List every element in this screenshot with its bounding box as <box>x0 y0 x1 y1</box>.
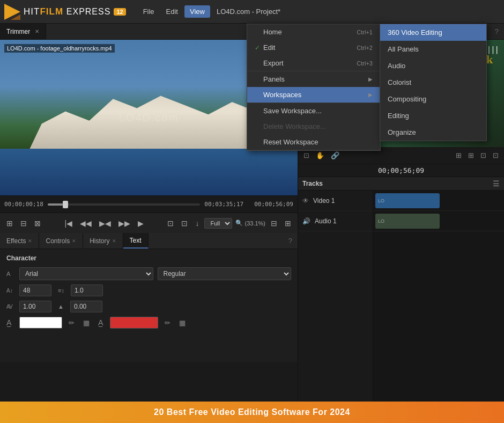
editor-tool-right[interactable]: ⊞ <box>466 150 476 161</box>
editor-tool-pan[interactable]: ✋ <box>314 150 327 161</box>
font-family-select[interactable]: Arial <box>19 267 153 280</box>
audio-track-row: 🔊 Audio 1 <box>298 211 373 231</box>
view-menu-section-1: Home Ctrl+1 ✓ Edit Ctrl+2 Export Ctrl+3 <box>247 24 380 71</box>
baseline-input[interactable] <box>70 301 102 312</box>
font-icon: A <box>6 271 15 277</box>
editor-tool-link[interactable]: 🔗 <box>329 150 342 161</box>
timecode-right: 00;00;56;09 <box>254 201 293 208</box>
menu-file[interactable]: File <box>138 5 160 18</box>
view-menu-export[interactable]: Export Ctrl+3 <box>247 55 380 71</box>
view-menu-section-3: Save Workspace... Delete Workspace... Re… <box>247 103 380 150</box>
panels-arrow: ▶ <box>368 76 373 82</box>
timeline-scrubbar[interactable] <box>48 203 200 206</box>
home-shortcut: Ctrl+1 <box>357 29 373 35</box>
rate-button[interactable]: ⊠ <box>32 218 43 229</box>
kerning-input[interactable] <box>19 301 51 312</box>
effects-tab-close[interactable]: ✕ <box>28 238 32 244</box>
tracks-menu-button[interactable]: ☰ <box>493 179 500 188</box>
view-menu-panels[interactable]: Panels ▶ <box>247 71 380 87</box>
view-menu-edit[interactable]: ✓ Edit Ctrl+2 <box>247 40 380 55</box>
workspaces-label: Workspaces <box>263 91 301 99</box>
zoom-level: 🔍 (33.1%) <box>235 220 265 227</box>
editor-tool-left[interactable]: ⊞ <box>454 150 464 161</box>
editor-tool-zoom[interactable]: ⊡ <box>491 150 501 161</box>
save-workspace-label: Save Workspace... <box>263 107 322 115</box>
insert-button[interactable]: ↓ <box>193 218 201 229</box>
zoom-in-button[interactable]: ⊞ <box>283 218 293 229</box>
editor-tool-fit[interactable]: ⊡ <box>478 150 488 161</box>
video-track-visibility[interactable]: 👁 <box>302 197 309 205</box>
workspace-360-video[interactable]: 360 Video Editing <box>380 24 486 41</box>
history-tab-label: History <box>90 237 109 245</box>
tracking-icon: ≡↕ <box>58 287 64 294</box>
out-point-button[interactable]: ⊡ <box>179 218 190 229</box>
stroke-eyedropper-button[interactable]: ✏ <box>162 318 173 328</box>
view-menu-reset-workspace[interactable]: Reset Workspace <box>247 134 380 150</box>
edit-shortcut: Ctrl+2 <box>357 45 373 51</box>
play-button[interactable]: ▶ <box>136 218 146 229</box>
panel-help-icon[interactable]: ? <box>283 233 298 249</box>
play-pause-button[interactable]: ▶◀ <box>97 218 113 229</box>
workspace-audio[interactable]: Audio <box>380 57 486 74</box>
baseline-icon: ▲ <box>58 303 64 310</box>
delete-workspace-label: Delete Workspace... <box>263 122 326 130</box>
history-tab[interactable]: History ✕ <box>83 233 123 249</box>
banner-text: 20 Best Free Video Editing Software For … <box>154 407 350 417</box>
step-back-button[interactable]: ◀◀ <box>78 218 94 229</box>
zoom-preset-select[interactable]: Full <box>204 218 232 229</box>
controls-tab[interactable]: Controls ✕ <box>39 233 83 249</box>
export-label: Export <box>263 59 284 67</box>
menu-view[interactable]: View <box>184 5 210 18</box>
stroke-pattern-button[interactable]: ▦ <box>177 318 188 328</box>
menu-edit[interactable]: Edit <box>161 5 183 18</box>
view-menu-workspaces[interactable]: Workspaces ▶ <box>247 87 380 103</box>
audio-clip-block[interactable]: LO <box>375 214 440 229</box>
trimmer-tab-label: Trimmer <box>6 28 30 35</box>
snap-to-start-button[interactable]: ⊞ <box>4 218 15 229</box>
video-clip-block[interactable]: LO <box>375 193 440 208</box>
effects-tab[interactable]: Effects ✕ <box>0 233 39 249</box>
font-style-select[interactable]: Regular <box>158 267 292 280</box>
fill-eyedropper-button[interactable]: ✏ <box>66 318 77 328</box>
trimmer-tab[interactable]: Trimmer ✕ <box>0 24 46 39</box>
logo-area: HITFILM EXPRESS 12 <box>4 4 126 20</box>
controls-tab-close[interactable]: ✕ <box>72 238 76 244</box>
menu-project[interactable]: LO4D.com - Project* <box>211 5 286 18</box>
workspace-organize[interactable]: Organize <box>380 124 486 141</box>
view-menu-home[interactable]: Home Ctrl+1 <box>247 24 380 40</box>
skip-back-button[interactable]: |◀ <box>62 218 75 229</box>
ripple-button[interactable]: ⊟ <box>18 218 29 229</box>
view-menu-save-workspace[interactable]: Save Workspace... <box>247 103 380 119</box>
zoom-out-button[interactable]: ⊟ <box>269 218 279 229</box>
workspace-compositing[interactable]: Compositing <box>380 91 486 107</box>
fill-pattern-button[interactable]: ▦ <box>81 318 92 328</box>
trimmer-tab-close[interactable]: ✕ <box>35 28 39 34</box>
workspace-all-panels[interactable]: All Panels <box>380 41 486 57</box>
hitfilm-logo-icon <box>4 4 20 20</box>
workspace-editing[interactable]: Editing <box>380 107 486 124</box>
effects-tab-label: Effects <box>6 237 26 245</box>
tracks-section: 👁 Video 1 🔊 Audio 1 <box>298 191 373 402</box>
editor-help-icon[interactable]: ? <box>490 24 504 39</box>
fill-color-swatch[interactable] <box>19 317 62 329</box>
editor-section: 👁 Video 1 🔊 Audio 1 LO <box>298 191 504 402</box>
workspace-colorist[interactable]: Colorist <box>380 74 486 91</box>
step-forward-button[interactable]: ▶▶ <box>116 218 132 229</box>
view-dropdown-menu: Home Ctrl+1 ✓ Edit Ctrl+2 Export Ctrl+3 … <box>247 24 381 151</box>
tracking-input[interactable] <box>71 285 103 296</box>
topbar: HITFILM EXPRESS 12 File Edit View LO4D.c… <box>0 0 504 24</box>
timeline-handle[interactable] <box>63 201 68 208</box>
in-point-button[interactable]: ⊡ <box>165 218 176 229</box>
fill-underline-icon: A̲ <box>6 318 15 327</box>
panels-label: Panels <box>263 75 285 83</box>
size-tracking-row: A↕ ≡↕ <box>6 285 291 296</box>
workspace-organize-label: Organize <box>388 128 416 136</box>
font-size-input[interactable] <box>19 285 51 296</box>
editor-tool-select[interactable]: ⊡ <box>301 150 312 161</box>
audio-track-speaker[interactable]: 🔊 <box>302 217 310 225</box>
video-track-row: 👁 Video 1 <box>298 191 373 211</box>
text-tab[interactable]: Text <box>123 233 149 249</box>
stroke-color-swatch[interactable] <box>110 317 158 329</box>
workspaces-arrow: ▶ <box>368 92 373 98</box>
history-tab-close[interactable]: ✕ <box>112 238 116 244</box>
